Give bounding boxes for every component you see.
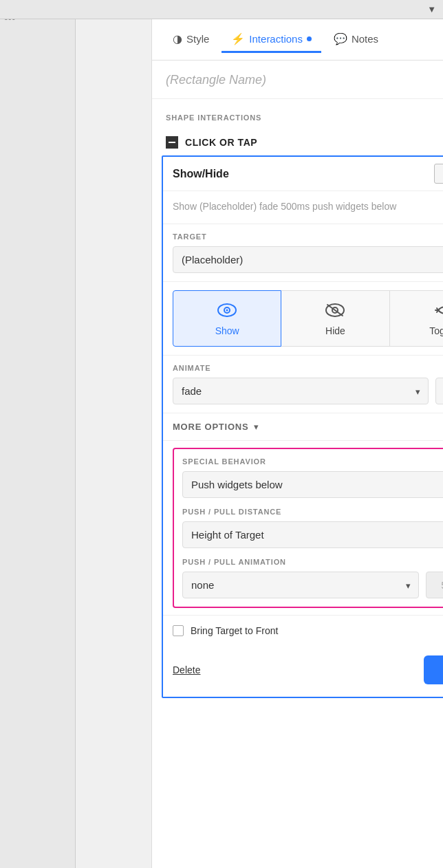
target-label: TARGET [173,232,443,241]
animate-right: ms [435,378,443,404]
animate-select[interactable]: fade none slide left slide right [173,378,429,404]
add-target-button[interactable]: Add Target [434,164,443,184]
tab-interactions[interactable]: ⚡ Interactions [222,27,321,53]
target-select-wrapper: (Placeholder) ▾ [173,246,443,273]
target-select[interactable]: (Placeholder) [173,246,443,273]
tab-notes[interactable]: 💬 Notes [324,27,388,53]
done-button[interactable]: Done [424,655,443,684]
bring-to-front-label: Bring Target to Front [191,625,278,636]
section-title: SHAPE INTERACTIONS [166,113,261,122]
push-pull-distance-select-wrapper: Height of Target Custom ▾ [182,521,443,548]
push-pull-animation-controls: none fade slide ▾ ms [182,572,443,598]
more-options-label: MORE OPTIONS [173,422,248,432]
push-pull-animation-select[interactable]: none fade slide [182,572,419,598]
show-icon [217,301,237,320]
interactions-icon: ⚡ [231,32,245,45]
footer-row: Delete Done [163,646,443,697]
visibility-buttons: Show Hide [163,282,443,356]
show-button[interactable]: Show [173,290,281,347]
push-pull-animation-label: PUSH / PULL ANIMATION [182,558,443,566]
shape-name[interactable]: (Rectangle Name) [152,61,443,99]
tab-style[interactable]: ◑ Style [163,27,219,53]
interaction-trigger-header: CLICK OR TAP [152,132,443,155]
push-pull-ms-group: ms [426,572,443,598]
push-pull-ms-input [426,572,443,598]
action-label: Show/Hide [173,168,229,180]
special-behavior-title: SPECIAL BEHAVIOR [182,457,443,466]
shape-interactions-header: SHAPE INTERACTIONS [152,99,443,132]
style-icon: ◑ [173,32,182,45]
interaction-body: Show/Hide Add Target Show (Placeholder) … [162,155,443,698]
push-pull-animation-select-wrapper: none fade slide ▾ [182,572,419,598]
bring-to-front-checkbox[interactable] [173,625,184,636]
special-behavior-select-wrapper: Push widgets below None ▾ [182,471,443,498]
hide-icon [325,301,345,320]
toggle-icon [434,301,443,320]
bring-to-front-row: Bring Target to Front [163,615,443,646]
push-pull-animation-field: PUSH / PULL ANIMATION none fade slide ▾ [182,558,443,598]
animate-select-wrapper: fade none slide left slide right ▾ [173,378,429,404]
showhide-row: Show/Hide Add Target [163,157,443,191]
hide-button[interactable]: Hide [281,290,389,347]
more-options-row[interactable]: MORE OPTIONS ▾ [163,413,443,441]
toggle-button[interactable]: Toggle [390,290,443,347]
tab-active-dot [307,36,312,41]
tab-bar: ◑ Style ⚡ Interactions 💬 Notes [152,19,443,61]
ruler-dropdown-icon[interactable]: ▼ [427,4,436,14]
collapse-button[interactable] [166,136,178,149]
left-ruler: 800 [0,0,76,868]
animate-left: ANIMATE fade none slide left slide right… [173,364,429,404]
delete-link[interactable]: Delete [173,664,200,675]
notes-icon: 💬 [334,32,347,45]
svg-point-3 [226,310,228,312]
collapse-icon [169,142,175,143]
interaction-description: Show (Placeholder) fade 500ms push widge… [163,191,443,224]
svg-line-6 [327,305,343,316]
animate-row: ANIMATE fade none slide left slide right… [163,356,443,413]
special-behavior-field: SPECIAL BEHAVIOR Push widgets below None… [182,457,443,498]
target-field-group: TARGET (Placeholder) ▾ [163,224,443,282]
push-pull-distance-select[interactable]: Height of Target Custom [182,521,443,548]
trigger-title: CLICK OR TAP [185,137,257,148]
animate-label: ANIMATE [173,364,429,372]
push-pull-distance-label: PUSH / PULL DISTANCE [182,508,443,516]
interactions-panel: ◑ Style ⚡ Interactions 💬 Notes (Rectangl… [151,19,443,868]
special-behavior-section: SPECIAL BEHAVIOR Push widgets below None… [173,448,443,608]
animate-ms-input[interactable] [435,378,443,404]
more-options-chevron-icon: ▾ [254,422,259,432]
special-behavior-select[interactable]: Push widgets below None [182,471,443,498]
push-pull-distance-field: PUSH / PULL DISTANCE Height of Target Cu… [182,508,443,548]
